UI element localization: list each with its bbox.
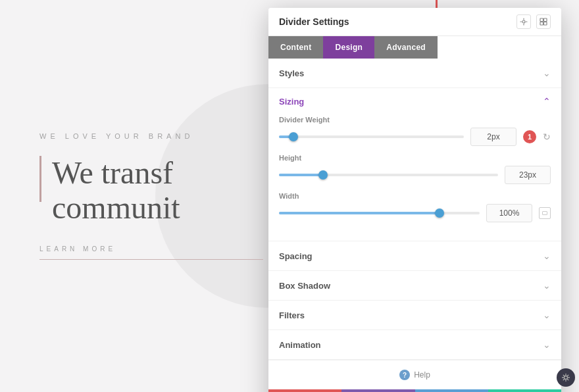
- animation-arrow-icon: ⌄: [543, 339, 551, 350]
- width-row: Width: [279, 192, 551, 222]
- spacing-label: Spacing: [279, 251, 313, 261]
- styles-label: Styles: [279, 68, 304, 78]
- bg-left-divider: [39, 156, 41, 202]
- panel-tabs: Content Design Advanced: [268, 36, 561, 59]
- expand-icon-btn[interactable]: [536, 14, 551, 29]
- width-track: [279, 212, 480, 214]
- width-slider-wrap[interactable]: [279, 207, 480, 219]
- divider-weight-thumb[interactable]: [289, 132, 298, 141]
- width-thumb[interactable]: [435, 208, 444, 218]
- tab-content[interactable]: Content: [268, 36, 323, 59]
- bottom-right-settings-icon[interactable]: [557, 368, 575, 387]
- width-input[interactable]: [486, 204, 532, 222]
- sizing-header[interactable]: Sizing ⌃: [279, 96, 551, 107]
- bg-tagline: WE LOVE YOUR BRAND: [39, 132, 263, 140]
- panel-footer: ✕ ↺ ↻ ✓: [268, 389, 561, 392]
- divider-settings-panel: Divider Settings Content Design Advanc: [268, 8, 561, 392]
- height-track: [279, 174, 498, 176]
- svg-rect-3: [540, 22, 543, 26]
- width-label: Width: [279, 192, 551, 200]
- height-slider-wrap[interactable]: [279, 169, 498, 181]
- bg-content-block: WE LOVE YOUR BRAND We transf communit LE…: [39, 132, 263, 260]
- tab-advanced[interactable]: Advanced: [374, 36, 438, 59]
- height-thumb[interactable]: [318, 170, 328, 180]
- panel-body: Styles ⌄ Sizing ⌃ Divider Weight: [268, 59, 561, 389]
- height-row: Height: [279, 154, 551, 184]
- svg-point-0: [522, 20, 525, 23]
- box-shadow-label: Box Shadow: [279, 281, 330, 291]
- svg-rect-1: [540, 18, 543, 22]
- panel-header: Divider Settings: [268, 8, 561, 36]
- svg-point-5: [565, 376, 568, 380]
- cancel-button[interactable]: ✕: [268, 389, 341, 392]
- height-input[interactable]: [505, 166, 551, 184]
- svg-rect-2: [544, 18, 547, 22]
- sizing-label: Sizing: [279, 97, 304, 107]
- width-responsive-icon[interactable]: [539, 207, 551, 219]
- bg-title: We transf communit: [52, 156, 180, 226]
- panel-header-icons: [516, 14, 551, 36]
- height-label: Height: [279, 154, 551, 162]
- panel-title: Divider Settings: [279, 16, 349, 34]
- width-fill: [279, 212, 440, 214]
- styles-section-row[interactable]: Styles ⌄: [268, 59, 561, 88]
- divider-weight-input[interactable]: [470, 128, 516, 146]
- box-shadow-arrow-icon: ⌄: [543, 280, 551, 291]
- divider-weight-track: [279, 135, 464, 138]
- divider-weight-controls: 1 ↻: [279, 128, 551, 146]
- filters-arrow-icon: ⌄: [543, 310, 551, 320]
- save-button[interactable]: ✓: [488, 389, 561, 392]
- spacing-arrow-icon: ⌄: [543, 251, 551, 261]
- responsive-icon-inner: [542, 211, 547, 215]
- divider-weight-slider-wrap[interactable]: [279, 131, 464, 143]
- bg-learn-more: LEARN MORE: [39, 245, 263, 253]
- svg-rect-4: [544, 22, 547, 26]
- styles-arrow-icon: ⌄: [543, 68, 551, 78]
- animation-section-row[interactable]: Animation ⌄: [268, 330, 561, 360]
- settings-icon-btn[interactable]: [516, 14, 531, 29]
- divider-weight-badge: 1: [523, 130, 536, 143]
- animation-label: Animation: [279, 340, 321, 350]
- bg-underline: [39, 259, 263, 260]
- sizing-section: Sizing ⌃ Divider Weight 1 ↻: [268, 88, 561, 241]
- height-fill: [279, 174, 323, 176]
- tab-design[interactable]: Design: [323, 36, 374, 59]
- filters-section-row[interactable]: Filters ⌄: [268, 301, 561, 330]
- divider-weight-reset-icon[interactable]: ↻: [543, 132, 551, 142]
- undo-button[interactable]: ↺: [341, 389, 415, 392]
- filters-label: Filters: [279, 310, 305, 320]
- help-icon: ?: [399, 370, 410, 380]
- redo-button[interactable]: ↻: [415, 389, 488, 392]
- box-shadow-section-row[interactable]: Box Shadow ⌄: [268, 271, 561, 301]
- height-controls: [279, 166, 551, 184]
- width-controls: [279, 204, 551, 222]
- sizing-arrow-icon: ⌃: [543, 96, 551, 107]
- panel-help[interactable]: ? Help: [268, 360, 561, 389]
- help-text: Help: [414, 370, 430, 380]
- divider-weight-row: Divider Weight 1 ↻: [279, 116, 551, 146]
- spacing-section-row[interactable]: Spacing ⌄: [268, 241, 561, 271]
- divider-weight-label: Divider Weight: [279, 116, 551, 124]
